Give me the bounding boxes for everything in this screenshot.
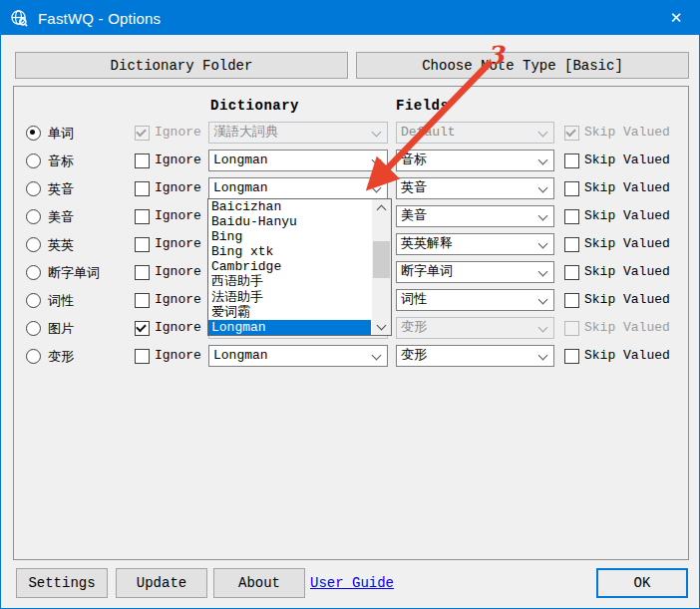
- row-radio-label[interactable]: 词性: [48, 292, 74, 310]
- dictionary-dropdown-list: BaicizhanBaidu-HanyuBingBing xtkCambridg…: [207, 198, 392, 336]
- dropdown-item[interactable]: 法语助手: [208, 290, 371, 305]
- ignore-checkbox[interactable]: [135, 349, 150, 364]
- dictionary-combobox[interactable]: Longman: [208, 177, 388, 199]
- row-radio[interactable]: [26, 126, 41, 141]
- chevron-down-icon: [372, 182, 382, 192]
- chevron-down-icon: [538, 182, 548, 192]
- row-radio[interactable]: [26, 209, 41, 224]
- ignore-label[interactable]: Ignore: [155, 320, 201, 335]
- fields-combobox[interactable]: 音标: [396, 150, 554, 171]
- scrollbar-thumb[interactable]: [373, 241, 390, 278]
- skip-valued-checkbox[interactable]: [564, 209, 579, 224]
- row-radio-label[interactable]: 音标: [48, 152, 74, 170]
- dictionary-combobox[interactable]: Longman: [208, 150, 388, 171]
- about-button[interactable]: About: [213, 568, 305, 598]
- ignore-label[interactable]: Ignore: [155, 348, 201, 363]
- fields-combobox: 变形: [396, 317, 554, 339]
- titlebar[interactable]: FastWQ - Options ✕: [1, 1, 699, 35]
- ignore-label[interactable]: Ignore: [155, 292, 201, 307]
- ignore-checkbox[interactable]: [135, 209, 150, 224]
- fields-combobox[interactable]: 变形: [396, 345, 554, 367]
- dropdown-item[interactable]: Bing: [208, 229, 371, 244]
- skip-valued-label[interactable]: Skip Valued: [584, 208, 670, 223]
- chevron-down-icon: [538, 294, 548, 304]
- ignore-checkbox[interactable]: [135, 321, 150, 336]
- fields-combobox[interactable]: 断字单词: [396, 261, 554, 283]
- window-title: FastWQ - Options: [38, 10, 161, 27]
- dropdown-item[interactable]: Longman: [208, 320, 371, 335]
- user-guide-link[interactable]: User Guide: [310, 575, 394, 591]
- options-dialog: FastWQ - Options ✕ Dictionary Folder Cho…: [0, 0, 700, 609]
- dictionary-combobox: 漢語大詞典: [208, 122, 388, 144]
- dictionary-combobox[interactable]: Longman: [208, 345, 388, 367]
- chevron-down-icon: [538, 154, 548, 164]
- choose-note-type-button[interactable]: Choose Note Type [Basic]: [356, 52, 689, 79]
- dictionary-folder-button[interactable]: Dictionary Folder: [15, 52, 348, 79]
- dropdown-item[interactable]: 爱词霸: [208, 305, 371, 320]
- skip-valued-label[interactable]: Skip Valued: [584, 348, 670, 363]
- row-radio-label[interactable]: 断字单词: [48, 264, 100, 282]
- ignore-checkbox[interactable]: [135, 181, 150, 196]
- option-row: 单词Ignore漢語大詞典DefaultSkip Valued: [1, 119, 699, 147]
- skip-valued-label: Skip Valued: [584, 320, 670, 335]
- ignore-label[interactable]: Ignore: [155, 264, 201, 279]
- row-radio-label[interactable]: 单词: [48, 125, 74, 143]
- fields-combobox[interactable]: 词性: [396, 289, 554, 311]
- ignore-label[interactable]: Ignore: [155, 180, 201, 195]
- chevron-down-icon: [372, 127, 382, 137]
- row-radio[interactable]: [26, 153, 41, 168]
- row-radio-label[interactable]: 图片: [48, 320, 74, 338]
- skip-valued-label[interactable]: Skip Valued: [584, 292, 670, 307]
- skip-valued-checkbox[interactable]: [564, 153, 579, 168]
- ignore-checkbox[interactable]: [135, 265, 150, 280]
- row-radio[interactable]: [26, 265, 41, 280]
- fields-column-header: Fields: [396, 98, 449, 114]
- row-radio[interactable]: [26, 181, 41, 196]
- skip-valued-label[interactable]: Skip Valued: [584, 264, 670, 279]
- dropdown-scrollbar[interactable]: [372, 199, 391, 335]
- dropdown-item[interactable]: Cambridge: [208, 259, 371, 274]
- ignore-checkbox[interactable]: [135, 237, 150, 252]
- fields-combobox[interactable]: 英音: [396, 177, 554, 199]
- fields-combobox[interactable]: 英英解释: [396, 233, 554, 255]
- row-radio[interactable]: [26, 349, 41, 364]
- chevron-down-icon: [538, 210, 548, 220]
- row-radio-label[interactable]: 变形: [48, 348, 74, 366]
- option-row: 音标IgnoreLongman音标Skip Valued: [1, 147, 699, 174]
- ignore-label[interactable]: Ignore: [155, 236, 201, 251]
- skip-valued-checkbox[interactable]: [564, 293, 579, 308]
- row-radio[interactable]: [26, 293, 41, 308]
- dropdown-item[interactable]: Baidu-Hanyu: [208, 214, 371, 229]
- row-radio-label[interactable]: 英英: [48, 236, 74, 254]
- annotation-step-number: 3: [487, 41, 504, 70]
- row-radio-label[interactable]: 美音: [48, 208, 74, 226]
- chevron-down-icon: [538, 238, 548, 248]
- row-radio[interactable]: [26, 237, 41, 252]
- skip-valued-checkbox[interactable]: [564, 265, 579, 280]
- skip-valued-label[interactable]: Skip Valued: [584, 236, 670, 251]
- ignore-label: Ignore: [155, 125, 201, 140]
- dictionary-column-header: Dictionary: [210, 98, 299, 114]
- row-radio-label[interactable]: 英音: [48, 180, 74, 198]
- scroll-down-icon[interactable]: [372, 318, 391, 335]
- ok-button[interactable]: OK: [596, 568, 688, 598]
- skip-valued-label[interactable]: Skip Valued: [584, 152, 670, 167]
- update-button[interactable]: Update: [116, 568, 207, 598]
- ignore-checkbox[interactable]: [135, 153, 150, 168]
- dropdown-item[interactable]: Bing xtk: [208, 244, 371, 259]
- row-radio[interactable]: [26, 321, 41, 336]
- close-button[interactable]: ✕: [653, 1, 699, 35]
- skip-valued-checkbox[interactable]: [564, 181, 579, 196]
- dropdown-item[interactable]: Baicizhan: [208, 199, 371, 214]
- ignore-label[interactable]: Ignore: [155, 152, 201, 167]
- skip-valued-checkbox[interactable]: [564, 237, 579, 252]
- scroll-up-icon[interactable]: [372, 199, 391, 216]
- skip-valued-checkbox[interactable]: [564, 349, 579, 364]
- skip-valued-label[interactable]: Skip Valued: [584, 180, 670, 195]
- chevron-down-icon: [538, 127, 548, 137]
- settings-button[interactable]: Settings: [16, 568, 108, 598]
- ignore-checkbox[interactable]: [135, 293, 150, 308]
- dropdown-item[interactable]: 西语助手: [208, 274, 371, 289]
- fields-combobox[interactable]: 美音: [396, 205, 554, 227]
- ignore-label[interactable]: Ignore: [155, 208, 201, 223]
